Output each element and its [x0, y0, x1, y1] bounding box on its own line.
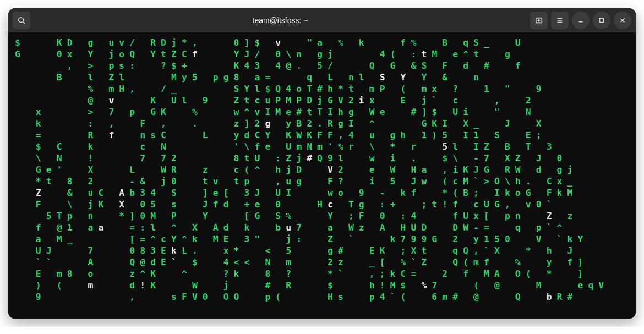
matrix-row: = R f nsC L ydCY KWKFF,4 u gh 1)5 I1 S E…: [15, 129, 629, 141]
matrix-row: k : , F , . z]2g yB2.RgI ^ GKI X_ J X: [15, 118, 629, 129]
new-tab-icon: [535, 17, 543, 24]
matrix-row: UJ 7 083EkL. x* < 5 g# EK ;Xt qQ,`X * h …: [15, 245, 629, 256]
maximize-button[interactable]: [593, 12, 610, 29]
svg-line-1: [23, 22, 25, 24]
search-button[interactable]: [13, 12, 30, 29]
window-title: team@itsfoss: ~: [35, 16, 526, 25]
matrix-row: , > ps: ?$+ K43 4@. 5/ Q G &S F d # f: [15, 60, 629, 72]
minimize-button[interactable]: [572, 12, 590, 29]
close-button[interactable]: [614, 12, 631, 29]
terminal-output[interactable]: $ KD g uv/ RDj*, 0]$ v "a % k f% B qS_ U…: [8, 32, 636, 319]
svg-point-0: [19, 18, 24, 23]
menu-button[interactable]: [551, 12, 569, 29]
titlebar: team@itsfoss: ~: [8, 8, 636, 32]
matrix-row: 5Tp n *]0M P Y [G S% Y ;F 0 :4 fUx[ pn Z…: [15, 210, 629, 222]
matrix-row: ) ( m d!K W j # R $ h!M$ %7 ( @ M eqV: [15, 280, 629, 291]
matrix-row: Z & uC Ab34 S ]e[ 3J UI wo 9 - kf *(B; I…: [15, 187, 629, 199]
maximize-icon: [598, 17, 605, 24]
matrix-row: Ge' X L WR z c(^ hjD V2 e W Ha ,iKJG RW …: [15, 164, 629, 176]
close-icon: [619, 17, 626, 24]
matrix-row: x > 7 p GK % w^vIMe#tTIhg We #]$ Ui " N: [15, 106, 629, 118]
matrix-row: @ v K Ul 9 ZtcuPMPDjGV2ix E j` c , 2: [15, 95, 629, 106]
minimize-icon: [577, 17, 585, 24]
search-icon: [18, 17, 25, 24]
matrix-row: $ C k c N '\fe UmNm'%r \ * r 5l IZ B T 3: [15, 141, 629, 152]
matrix-row: F \ jK X 05 s Jfd +e 0 Hc Tg :+ ;t!f cUG…: [15, 199, 629, 210]
matrix-row: B l Zl My5 pg8 a= q L nl S Y Y & n: [15, 72, 629, 83]
matrix-row: \ N ! 7 72 8tU :Zj#Q9l w i . $\ -7 XZ J …: [15, 152, 629, 164]
matrix-row: f @1 aa =:l ^ X Ad k bu7 a Wz A HUD DW-=…: [15, 222, 629, 233]
matrix-row: 9 , sFV0 OO p( Hs p4`( 6m# @ Q bR#: [15, 291, 629, 303]
matrix-row: G 0x Y joQ YtZCf YJ/ 0\n gj 4( :tM e^t g: [15, 48, 629, 60]
matrix-row: E m8 o z^K ^ ?k 8 ? *` ,;kC= 2 f MA O( *…: [15, 268, 629, 280]
svg-rect-9: [600, 19, 604, 23]
matrix-row: a M_ [=^cY^k ME 3" j: Z ` k799G 2 y150 V…: [15, 233, 629, 245]
matrix-row: *t 8 2 -& j0 tv tp ,ug F? i 5 Jw (cM`>O\…: [15, 176, 629, 187]
matrix-row: `` A Q@dE` $ 4<< N m 2z _[ %`Z Q(mf % y …: [15, 256, 629, 268]
terminal-window: team@itsfoss: ~ $ KD g uv/ RDj*, 0]$ v "…: [8, 8, 636, 319]
hamburger-icon: [556, 17, 564, 24]
matrix-row: $ KD g uv/ RDj*, 0]$ v "a % k f% B qS_ U: [15, 37, 629, 48]
matrix-row: % mH, /_ SYl$Q4oT#h*t mP ( mx ? 1 " 9: [15, 83, 629, 95]
new-tab-button[interactable]: [530, 12, 548, 29]
